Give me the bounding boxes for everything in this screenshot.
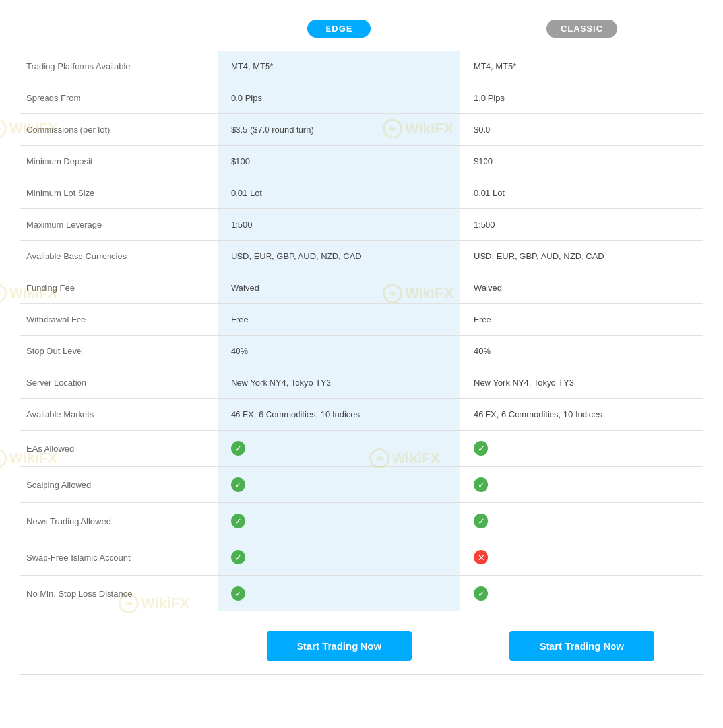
classic-header-col: CLASSIC <box>460 13 703 44</box>
row-classic-value-3: $100 <box>460 146 703 177</box>
row-edge-value-5: 1:500 <box>218 209 460 240</box>
row-classic-value-0: MT4, MT5* <box>460 51 703 82</box>
check-icon: ✓ <box>231 514 245 528</box>
row-label-13: Scalping Allowed <box>20 467 218 502</box>
table-row: Available Base CurrenciesUSD, EUR, GBP, … <box>20 241 703 272</box>
row-label-10: Server Location <box>20 367 218 398</box>
button-row: Start Trading Now Start Trading Now <box>20 624 703 667</box>
row-label-12: EAs Allowed <box>20 431 218 466</box>
row-label-5: Maximum Leverage <box>20 209 218 240</box>
row-classic-value-11: 46 FX, 6 Commodities, 10 Indices <box>460 399 703 430</box>
row-classic-value-14: ✓ <box>460 503 703 539</box>
row-classic-value-13: ✓ <box>460 467 703 502</box>
row-edge-value-12: ✓ <box>218 431 460 466</box>
row-classic-value-16: ✓ <box>460 576 703 611</box>
table-row: Stop Out Level40%40% <box>20 336 703 367</box>
row-label-7: Funding Fee <box>20 272 218 303</box>
check-icon: ✓ <box>474 514 488 528</box>
table-row: Server LocationNew York NY4, Tokyo TY3Ne… <box>20 367 703 399</box>
x-icon: ✕ <box>474 550 488 564</box>
row-edge-value-14: ✓ <box>218 503 460 539</box>
table-row: Minimum Deposit$100$100 <box>20 146 703 177</box>
compare-table: Trading Platforms AvailableMT4, MT5*MT4,… <box>20 51 703 611</box>
row-edge-value-7: Waived <box>218 272 460 303</box>
table-row: Withdrawal FeeFreeFree <box>20 304 703 336</box>
check-icon: ✓ <box>231 477 245 492</box>
table-row: EAs Allowed✓✓ <box>20 431 703 467</box>
row-edge-value-9: 40% <box>218 336 460 367</box>
header-row: EDGE CLASSIC <box>20 13 703 44</box>
table-row: No Min. Stop Loss Distance✓✓ <box>20 576 703 611</box>
row-edge-value-1: 0.0 Pips <box>218 82 460 113</box>
check-icon: ✓ <box>231 550 245 564</box>
row-classic-value-4: 0.01 Lot <box>460 177 703 208</box>
row-label-2: Commissions (per lot) <box>20 114 218 145</box>
row-edge-value-8: Free <box>218 304 460 335</box>
row-edge-value-15: ✓ <box>218 539 460 575</box>
row-edge-value-6: USD, EUR, GBP, AUD, NZD, CAD <box>218 241 460 272</box>
row-label-0: Trading Platforms Available <box>20 51 218 82</box>
row-label-15: Swap-Free Islamic Account <box>20 539 218 575</box>
row-edge-value-11: 46 FX, 6 Commodities, 10 Indices <box>218 399 460 430</box>
edge-start-trading-button[interactable]: Start Trading Now <box>267 631 412 661</box>
classic-start-trading-button[interactable]: Start Trading Now <box>509 631 654 661</box>
row-label-1: Spreads From <box>20 82 218 113</box>
row-edge-value-4: 0.01 Lot <box>218 177 460 208</box>
row-label-8: Withdrawal Fee <box>20 304 218 335</box>
row-edge-value-10: New York NY4, Tokyo TY3 <box>218 367 460 398</box>
row-edge-value-16: ✓ <box>218 576 460 611</box>
table-row: News Trading Allowed✓✓ <box>20 503 703 539</box>
bottom-divider <box>20 674 703 675</box>
edge-badge: EDGE <box>307 20 371 38</box>
table-row: Scalping Allowed✓✓ <box>20 467 703 503</box>
row-classic-value-2: $0.0 <box>460 114 703 145</box>
row-classic-value-7: Waived <box>460 272 703 303</box>
table-row: Swap-Free Islamic Account✓✕ <box>20 539 703 576</box>
check-icon: ✓ <box>474 441 488 456</box>
row-label-6: Available Base Currencies <box>20 241 218 272</box>
row-label-3: Minimum Deposit <box>20 146 218 177</box>
classic-badge: CLASSIC <box>546 20 617 38</box>
table-row: Trading Platforms AvailableMT4, MT5*MT4,… <box>20 51 703 82</box>
row-label-4: Minimum Lot Size <box>20 177 218 208</box>
row-classic-value-15: ✕ <box>460 539 703 575</box>
check-icon: ✓ <box>231 441 245 456</box>
row-label-9: Stop Out Level <box>20 336 218 367</box>
check-icon: ✓ <box>474 586 488 601</box>
row-classic-value-8: Free <box>460 304 703 335</box>
edge-button-col: Start Trading Now <box>218 624 460 667</box>
row-classic-value-12: ✓ <box>460 431 703 466</box>
row-edge-value-3: $100 <box>218 146 460 177</box>
table-row: Spreads From0.0 Pips1.0 Pips <box>20 82 703 114</box>
row-edge-value-2: $3.5 ($7.0 round turn) <box>218 114 460 145</box>
row-edge-value-13: ✓ <box>218 467 460 502</box>
row-classic-value-6: USD, EUR, GBP, AUD, NZD, CAD <box>460 241 703 272</box>
row-label-16: No Min. Stop Loss Distance <box>20 576 218 611</box>
check-icon: ✓ <box>231 586 245 601</box>
table-row: Minimum Lot Size0.01 Lot0.01 Lot <box>20 177 703 209</box>
row-classic-value-5: 1:500 <box>460 209 703 240</box>
row-classic-value-1: 1.0 Pips <box>460 82 703 113</box>
table-row: Commissions (per lot)$3.5 ($7.0 round tu… <box>20 114 703 146</box>
table-row: Available Markets46 FX, 6 Commodities, 1… <box>20 399 703 431</box>
row-classic-value-10: New York NY4, Tokyo TY3 <box>460 367 703 398</box>
table-row: Maximum Leverage1:5001:500 <box>20 209 703 241</box>
row-classic-value-9: 40% <box>460 336 703 367</box>
row-edge-value-0: MT4, MT5* <box>218 51 460 82</box>
classic-button-col: Start Trading Now <box>460 624 703 667</box>
edge-header-col: EDGE <box>218 13 460 44</box>
row-label-11: Available Markets <box>20 399 218 430</box>
check-icon: ✓ <box>474 477 488 492</box>
row-label-14: News Trading Allowed <box>20 503 218 539</box>
table-row: Funding FeeWaivedWaived <box>20 272 703 304</box>
